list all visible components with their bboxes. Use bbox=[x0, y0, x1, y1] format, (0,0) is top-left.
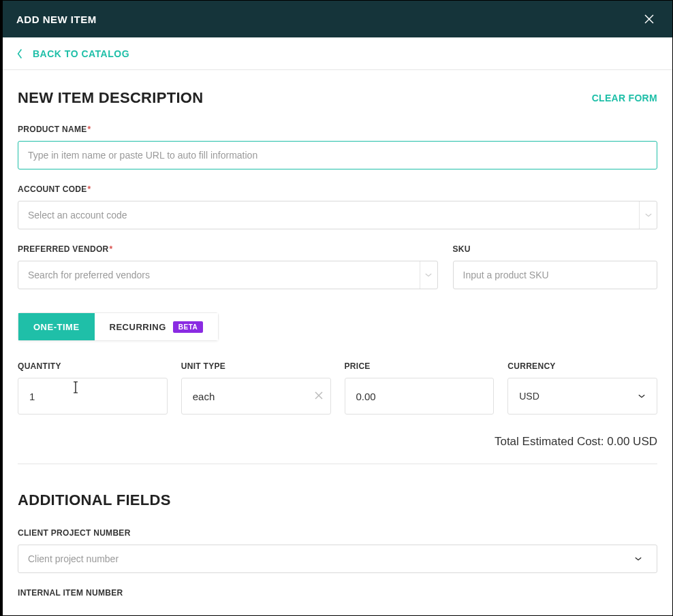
tab-one-time[interactable]: ONE-TIME bbox=[18, 313, 95, 340]
unit-type-label: UNIT TYPE bbox=[181, 361, 331, 371]
product-name-label: PRODUCT NAME* bbox=[18, 125, 657, 134]
back-link-label: BACK TO CATALOG bbox=[33, 48, 129, 59]
unit-type-field: UNIT TYPE bbox=[181, 361, 331, 415]
line-item-row: QUANTITY UNIT TYPE PRICE bbox=[18, 361, 657, 415]
total-estimated-cost: Total Estimated Cost: 0.00 USD bbox=[18, 435, 657, 464]
section-title: NEW ITEM DESCRIPTION bbox=[18, 89, 203, 107]
section-header: NEW ITEM DESCRIPTION CLEAR FORM bbox=[18, 89, 657, 107]
currency-value: USD bbox=[519, 391, 539, 402]
currency-select[interactable]: USD bbox=[507, 378, 657, 415]
product-name-input[interactable] bbox=[18, 141, 657, 169]
vendor-sku-row: PREFERRED VENDOR* Search for preferred v… bbox=[18, 244, 657, 289]
client-project-number-placeholder: Client project number bbox=[28, 553, 119, 564]
account-code-placeholder: Select an account code bbox=[28, 210, 127, 221]
clear-unit-type-button[interactable] bbox=[315, 390, 323, 402]
required-indicator: * bbox=[88, 184, 91, 194]
total-label: Total Estimated Cost: bbox=[495, 435, 604, 448]
account-code-label: ACCOUNT CODE* bbox=[18, 184, 657, 194]
currency-field: CURRENCY USD bbox=[507, 361, 657, 415]
required-indicator: * bbox=[109, 244, 112, 254]
modal-header: ADD NEW ITEM bbox=[3, 1, 672, 37]
price-label: PRICE bbox=[345, 361, 495, 371]
sku-label: SKU bbox=[453, 244, 657, 254]
chevron-down-icon bbox=[639, 201, 657, 229]
unit-type-input[interactable] bbox=[181, 378, 331, 415]
close-icon bbox=[315, 391, 323, 400]
preferred-vendor-select[interactable]: Search for preferred vendors bbox=[18, 261, 438, 289]
clear-form-link[interactable]: CLEAR FORM bbox=[592, 93, 657, 103]
required-indicator: * bbox=[88, 125, 91, 134]
chevron-down-icon bbox=[629, 545, 647, 572]
modal-title: ADD NEW ITEM bbox=[16, 14, 97, 25]
tab-recurring[interactable]: RECURRING BETA bbox=[95, 313, 219, 340]
tab-group: ONE-TIME RECURRING BETA bbox=[18, 312, 219, 341]
chevron-down-icon bbox=[638, 392, 646, 400]
unit-type-wrapper bbox=[181, 378, 331, 415]
client-project-number-label: CLIENT PROJECT NUMBER bbox=[18, 528, 657, 538]
back-bar: BACK TO CATALOG bbox=[3, 37, 672, 70]
beta-badge: BETA bbox=[173, 321, 203, 333]
modal-content: NEW ITEM DESCRIPTION CLEAR FORM PRODUCT … bbox=[3, 70, 672, 615]
preferred-vendor-label: PREFERRED VENDOR* bbox=[18, 244, 438, 254]
sku-input[interactable] bbox=[453, 261, 657, 289]
internal-item-number-field: INTERNAL ITEM NUMBER bbox=[18, 588, 657, 598]
currency-label: CURRENCY bbox=[507, 361, 657, 371]
sku-field: SKU bbox=[453, 244, 657, 289]
additional-fields-title: ADDITIONAL FIELDS bbox=[18, 491, 657, 509]
back-to-catalog-link[interactable]: BACK TO CATALOG bbox=[16, 48, 129, 59]
internal-item-number-label: INTERNAL ITEM NUMBER bbox=[18, 588, 657, 598]
client-project-number-select[interactable]: Client project number bbox=[18, 545, 657, 573]
close-button[interactable] bbox=[640, 10, 659, 29]
price-field: PRICE bbox=[345, 361, 495, 415]
total-value: 0.00 USD bbox=[607, 435, 657, 448]
chevron-down-icon bbox=[420, 261, 437, 289]
preferred-vendor-field: PREFERRED VENDOR* Search for preferred v… bbox=[18, 244, 438, 289]
add-new-item-modal: ADD NEW ITEM BACK TO CATALOG NEW ITEM DE… bbox=[0, 0, 673, 616]
account-code-select[interactable]: Select an account code bbox=[18, 201, 657, 229]
additional-fields-section: ADDITIONAL FIELDS CLIENT PROJECT NUMBER … bbox=[18, 491, 657, 598]
client-project-number-field: CLIENT PROJECT NUMBER Client project num… bbox=[18, 528, 657, 573]
price-input[interactable] bbox=[345, 378, 495, 415]
quantity-field: QUANTITY bbox=[18, 361, 168, 415]
chevron-left-icon bbox=[16, 48, 23, 59]
quantity-label: QUANTITY bbox=[18, 361, 168, 371]
preferred-vendor-placeholder: Search for preferred vendors bbox=[28, 270, 150, 280]
close-icon bbox=[643, 13, 655, 25]
quantity-input[interactable] bbox=[18, 378, 168, 415]
product-name-field: PRODUCT NAME* bbox=[18, 125, 657, 169]
account-code-field: ACCOUNT CODE* Select an account code bbox=[18, 184, 657, 229]
frequency-tabs: ONE-TIME RECURRING BETA bbox=[18, 312, 657, 341]
